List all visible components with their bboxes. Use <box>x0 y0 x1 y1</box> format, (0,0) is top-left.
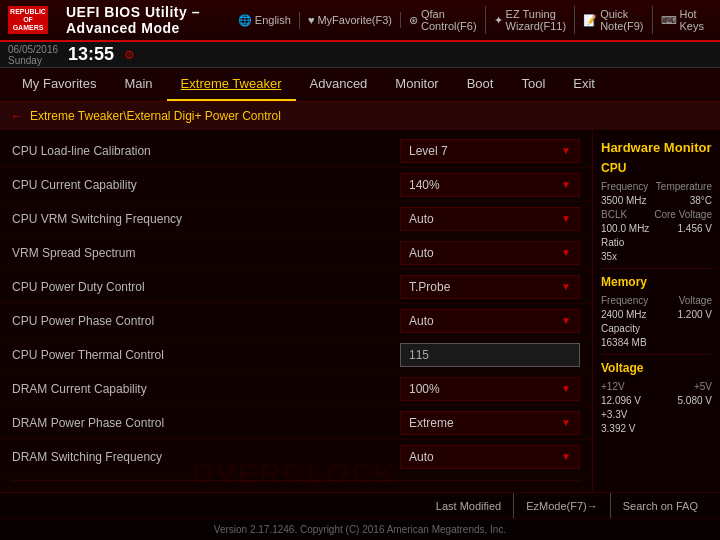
setting-dropdown[interactable]: 140% ▼ <box>400 173 580 197</box>
chevron-down-icon: ▼ <box>561 315 571 326</box>
setting-label: CPU Power Duty Control <box>12 280 400 294</box>
cpu-section-title: CPU <box>601 161 712 175</box>
memory-frequency-label: Frequency <box>601 295 648 306</box>
header-buttons: 🌐 English ♥ MyFavorite(F3) ⊛ Qfan Contro… <box>230 6 712 34</box>
cpu-bclk-value-row: 100.0 MHz 1.456 V <box>601 223 712 234</box>
nav-extreme-tweaker[interactable]: Extreme Tweaker <box>167 68 296 101</box>
voltage-5-label: +5V <box>694 381 712 392</box>
key-icon: ⌨ <box>661 14 677 27</box>
setting-row: CPU Current Capability 140% ▼ <box>0 168 592 202</box>
last-modified-button[interactable]: Last Modified <box>424 493 514 518</box>
setting-dropdown[interactable]: Auto ▼ <box>400 445 580 469</box>
setting-label: VRM Spread Spectrum <box>12 246 400 260</box>
voltage-5-value: 5.080 V <box>678 395 712 406</box>
nav-monitor[interactable]: Monitor <box>381 68 452 101</box>
cpu-frequency-value-row: 3500 MHz 38°C <box>601 195 712 206</box>
setting-label: DRAM Power Phase Control <box>12 416 400 430</box>
content-wrapper: CPU Load-line Calibration Level 7 ▼ CPU … <box>0 130 720 492</box>
cpu-temperature-value: 38°C <box>690 195 712 206</box>
time-display: 13:55 <box>68 44 114 65</box>
cpu-core-voltage-value: 1.456 V <box>678 223 712 234</box>
chevron-down-icon: ▼ <box>561 213 571 224</box>
quick-note-button[interactable]: 📝 Quick Note(F9) <box>575 6 652 34</box>
setting-label: DRAM Switching Frequency <box>12 450 400 464</box>
ez-tuning-button[interactable]: ✦ EZ Tuning Wizard(F11) <box>486 6 576 34</box>
setting-input[interactable]: 115 <box>400 343 580 367</box>
search-faq-button[interactable]: Search on FAQ <box>611 493 710 518</box>
hardware-monitor-panel: Hardware Monitor CPU Frequency Temperatu… <box>592 130 720 492</box>
chevron-down-icon: ▼ <box>561 281 571 292</box>
setting-row: CPU Load-line Calibration Level 7 ▼ <box>0 134 592 168</box>
voltage-12-label: +12V <box>601 381 625 392</box>
setting-row: DRAM Power Phase Control Extreme ▼ <box>0 406 592 440</box>
footer-bar: Last Modified EzMode(F7)→ Search on FAQ <box>0 492 720 518</box>
cpu-frequency-label: Frequency <box>601 181 648 192</box>
memory-voltage-value: 1.200 V <box>678 309 712 320</box>
setting-label: DRAM Current Capability <box>12 382 400 396</box>
memory-freq-value-row: 2400 MHz 1.200 V <box>601 309 712 320</box>
memory-section-title: Memory <box>601 275 712 289</box>
date-display: 06/05/2016 Sunday <box>8 44 58 66</box>
voltage-12-row: +12V +5V <box>601 381 712 392</box>
hw-monitor-title: Hardware Monitor <box>601 140 712 155</box>
globe-icon: 🌐 <box>238 14 252 27</box>
setting-label: CPU VRM Switching Frequency <box>12 212 400 226</box>
setting-row: CPU Power Duty Control T.Probe ▼ <box>0 270 592 304</box>
breadcrumb-text: Extreme Tweaker\External Digi+ Power Con… <box>30 109 281 123</box>
cpu-bclk-row: BCLK Core Voltage <box>601 209 712 220</box>
voltage-12-value: 12.096 V <box>601 395 641 406</box>
setting-row: DRAM Current Capability 100% ▼ <box>0 372 592 406</box>
rog-logo-box: REPUBLIC OF GAMERS <box>8 6 48 34</box>
setting-dropdown[interactable]: Extreme ▼ <box>400 411 580 435</box>
nav-exit[interactable]: Exit <box>559 68 609 101</box>
setting-dropdown[interactable]: Auto ▼ <box>400 241 580 265</box>
nav-my-favorites[interactable]: My Favorites <box>8 68 110 101</box>
setting-label: CPU Load-line Calibration <box>12 144 400 158</box>
chevron-down-icon: ▼ <box>561 451 571 462</box>
cpu-frequency-row: Frequency Temperature <box>601 181 712 192</box>
memory-freq-row: Frequency Voltage <box>601 295 712 306</box>
english-button[interactable]: 🌐 English <box>230 12 300 29</box>
hw-divider <box>601 354 712 355</box>
hot-keys-button[interactable]: ⌨ Hot Keys <box>653 6 712 34</box>
cpu-ratio-value: 35x <box>601 251 712 262</box>
note-icon: 📝 <box>583 14 597 27</box>
breadcrumb[interactable]: ← Extreme Tweaker\External Digi+ Power C… <box>0 102 720 130</box>
nav-advanced[interactable]: Advanced <box>296 68 382 101</box>
myfavorite-button[interactable]: ♥ MyFavorite(F3) <box>300 12 401 28</box>
setting-dropdown[interactable]: T.Probe ▼ <box>400 275 580 299</box>
chevron-down-icon: ▼ <box>561 145 571 156</box>
divider <box>12 480 580 481</box>
cpu-ratio-label: Ratio <box>601 237 712 248</box>
nav-tool[interactable]: Tool <box>507 68 559 101</box>
setting-row: CPU Power Thermal Control 115 <box>0 338 592 372</box>
heart-icon: ♥ <box>308 14 315 26</box>
setting-dropdown[interactable]: Auto ▼ <box>400 309 580 333</box>
ez-mode-button[interactable]: EzMode(F7)→ <box>514 493 611 518</box>
status-bar: 06/05/2016 Sunday 13:55 ⚙ <box>0 42 720 68</box>
chevron-down-icon: ▼ <box>561 247 571 258</box>
chevron-down-icon: ▼ <box>561 417 571 428</box>
header-bar: REPUBLIC OF GAMERS UEFI BIOS Utility – A… <box>0 0 720 42</box>
wand-icon: ✦ <box>494 14 503 27</box>
voltage-33-value: 3.392 V <box>601 423 712 434</box>
setting-label: CPU Power Phase Control <box>12 314 400 328</box>
memory-capacity-value: 16384 MB <box>601 337 712 348</box>
cpu-temperature-label: Temperature <box>656 181 712 192</box>
setting-label: CPU Current Capability <box>12 178 400 192</box>
setting-dropdown[interactable]: 100% ▼ <box>400 377 580 401</box>
nav-boot[interactable]: Boot <box>453 68 508 101</box>
chevron-down-icon: ▼ <box>561 383 571 394</box>
setting-dropdown[interactable]: Level 7 ▼ <box>400 139 580 163</box>
setting-dropdown[interactable]: Auto ▼ <box>400 207 580 231</box>
cpu-core-voltage-label: Core Voltage <box>654 209 712 220</box>
info-area: i <box>0 487 592 492</box>
gear-icon[interactable]: ⚙ <box>124 48 135 62</box>
qfan-button[interactable]: ⊛ Qfan Control(F6) <box>401 6 486 34</box>
version-bar: Version 2.17.1246. Copyright (C) 2016 Am… <box>0 518 720 540</box>
setting-row: DRAM Switching Frequency Auto ▼ <box>0 440 592 474</box>
cpu-bclk-value: 100.0 MHz <box>601 223 649 234</box>
nav-main[interactable]: Main <box>110 68 166 101</box>
memory-frequency-value: 2400 MHz <box>601 309 647 320</box>
memory-capacity-label: Capacity <box>601 323 712 334</box>
